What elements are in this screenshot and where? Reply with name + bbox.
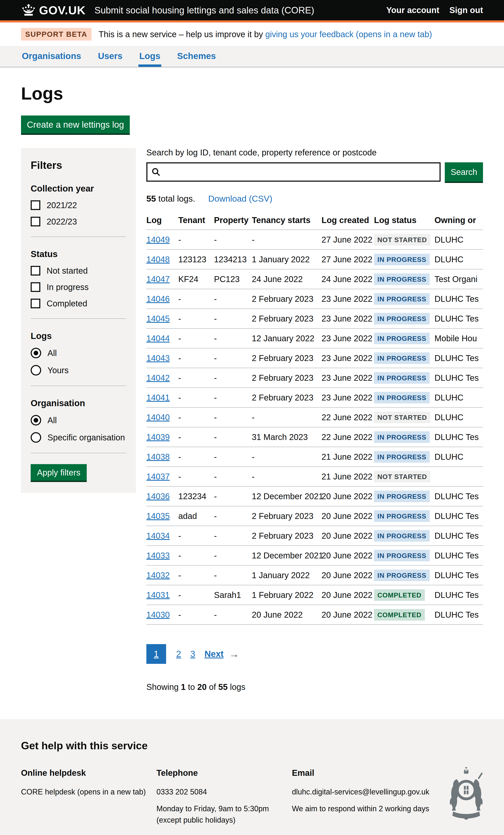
- table-row: 14047 KF24 PC123 24 June 2022 24 June 20…: [146, 269, 483, 289]
- log-id-link[interactable]: 14042: [146, 373, 170, 383]
- checkbox-icon[interactable]: [31, 266, 40, 276]
- search-button[interactable]: Search: [445, 162, 483, 182]
- property-cell: -: [214, 432, 252, 442]
- checkbox-2021-22[interactable]: 2021/22: [31, 200, 126, 210]
- log-id-link[interactable]: 14036: [146, 492, 170, 501]
- radio-label: All: [47, 348, 57, 358]
- log-id-link[interactable]: 14045: [146, 314, 170, 323]
- search-input[interactable]: [164, 167, 436, 177]
- log-created-cell: 20 June 2022: [322, 571, 374, 580]
- your-account-link[interactable]: Your account: [386, 5, 439, 15]
- apply-filters-button[interactable]: Apply filters: [31, 464, 87, 481]
- nav-item-schemes[interactable]: Schemes: [176, 46, 217, 67]
- footer-helpdesk-column: Online helpdesk CORE helpdesk (opens in …: [21, 767, 157, 831]
- tenant-cell: KF24: [178, 274, 214, 284]
- service-name-link[interactable]: Submit social housing lettings and sales…: [95, 5, 315, 16]
- tenancy-starts-cell: 1 January 2022: [252, 255, 322, 264]
- table-row: 14046 - - 2 February 2023 23 June 2022 I…: [146, 289, 483, 308]
- checkbox-in-progress[interactable]: In progress: [31, 282, 126, 292]
- log-id-link[interactable]: 14046: [146, 294, 170, 303]
- checkbox-icon[interactable]: [31, 299, 40, 308]
- log-status-cell: IN PROGRESS: [374, 392, 435, 403]
- log-id-link[interactable]: 14031: [146, 590, 170, 599]
- tenancy-starts-cell: 20 June 2022: [252, 610, 322, 619]
- status-badge: NOT STARTED: [374, 412, 430, 423]
- govuk-logo[interactable]: GOV.UK: [21, 3, 86, 17]
- radio-logs-yours[interactable]: Yours: [31, 365, 126, 375]
- download-csv-link[interactable]: Download (CSV): [208, 194, 273, 204]
- owning-organisation-cell: DLUHC Tes: [435, 551, 483, 560]
- checkbox-icon[interactable]: [31, 217, 40, 226]
- log-id-link[interactable]: 14047: [146, 274, 170, 284]
- pagination-page-2[interactable]: 2: [176, 649, 181, 659]
- radio-logs-all[interactable]: All: [31, 348, 126, 358]
- log-id-link[interactable]: 14033: [146, 551, 170, 560]
- log-id-link[interactable]: 14040: [146, 413, 170, 422]
- telephone-number: 0333 202 5084: [157, 786, 292, 798]
- checkbox-icon[interactable]: [31, 282, 40, 292]
- checkbox-completed[interactable]: Completed: [31, 299, 126, 308]
- filter-divider: [31, 318, 126, 319]
- radio-organisation-all[interactable]: All: [31, 415, 126, 426]
- nav-item-logs[interactable]: Logs: [138, 46, 161, 67]
- log-id-link[interactable]: 14049: [146, 235, 170, 244]
- checkbox-icon[interactable]: [31, 200, 40, 210]
- log-id-link[interactable]: 14048: [146, 255, 170, 264]
- sign-out-link[interactable]: Sign out: [449, 5, 483, 15]
- beta-tag: SUPPORT BETA: [21, 28, 92, 41]
- radio-organisation-specific[interactable]: Specific organisation: [31, 432, 126, 443]
- log-id-link[interactable]: 14041: [146, 393, 170, 402]
- radio-label: All: [47, 415, 57, 425]
- log-id-link[interactable]: 14037: [146, 472, 170, 481]
- log-created-cell: 20 June 2022: [322, 531, 374, 541]
- status-badge: COMPLETED: [374, 589, 425, 601]
- tenant-cell: adad: [178, 511, 214, 521]
- pagination-page-1[interactable]: 1: [146, 644, 166, 664]
- pagination: 1 2 3 Next →: [146, 644, 483, 664]
- tenancy-starts-cell: 24 June 2022: [252, 274, 322, 284]
- radio-icon[interactable]: [31, 365, 41, 375]
- tenancy-starts-cell: 31 March 2023: [252, 432, 322, 442]
- create-lettings-log-button[interactable]: Create a new lettings log: [21, 116, 130, 134]
- owning-organisation-cell: DLUHC: [435, 393, 483, 402]
- core-helpdesk-link[interactable]: CORE helpdesk (opens in a new tab): [21, 788, 146, 796]
- tenancy-starts-cell: 2 February 2023: [252, 294, 322, 304]
- status-badge: NOT STARTED: [374, 471, 430, 482]
- royal-coat-of-arms: [447, 767, 483, 831]
- property-cell: -: [214, 373, 252, 383]
- log-id-link[interactable]: 14035: [146, 511, 170, 521]
- results-summary: Showing 1 to 20 of 55 logs: [146, 682, 483, 692]
- log-status-cell: IN PROGRESS: [374, 550, 435, 562]
- log-id-link[interactable]: 14044: [146, 334, 170, 343]
- table-body: 14049 - - - 27 June 2022 NOT STARTED DLU…: [146, 229, 483, 624]
- pagination-page-3[interactable]: 3: [190, 649, 195, 659]
- feedback-link[interactable]: giving us your feedback (opens in a new …: [265, 29, 432, 39]
- owning-organisation-cell: DLUHC Tes: [435, 432, 483, 442]
- table-row: 14049 - - - 27 June 2022 NOT STARTED DLU…: [146, 229, 483, 249]
- radio-icon[interactable]: [31, 432, 41, 443]
- table-row: 14040 - - - 22 June 2022 NOT STARTED DLU…: [146, 407, 483, 427]
- checkbox-label: Not started: [47, 266, 88, 276]
- log-created-cell: 20 June 2022: [322, 610, 374, 619]
- status-badge: IN PROGRESS: [374, 293, 430, 305]
- nav-item-organisations[interactable]: Organisations: [21, 46, 82, 67]
- checkbox-2022-23[interactable]: 2022/23: [31, 217, 126, 226]
- table-row: 14041 - - 2 February 2023 23 June 2022 I…: [146, 387, 483, 407]
- radio-icon[interactable]: [31, 348, 41, 358]
- checkbox-not-started[interactable]: Not started: [31, 266, 126, 276]
- log-id-link[interactable]: 14043: [146, 353, 170, 363]
- summary-mid1: to: [186, 682, 197, 692]
- checkbox-label: 2021/22: [47, 201, 77, 210]
- log-id-link[interactable]: 14038: [146, 452, 170, 462]
- log-id-link[interactable]: 14030: [146, 610, 170, 619]
- email-link[interactable]: dluhc.digital-services@levellingup.gov.u…: [292, 788, 429, 796]
- summary-prefix: Showing: [146, 682, 181, 692]
- property-cell: 1234213: [214, 255, 252, 264]
- log-id-link[interactable]: 14039: [146, 432, 170, 442]
- pagination-next-link[interactable]: Next: [204, 649, 224, 659]
- log-id-link[interactable]: 14032: [146, 571, 170, 580]
- radio-icon[interactable]: [31, 415, 41, 426]
- nav-item-users[interactable]: Users: [97, 46, 123, 67]
- tenancy-starts-cell: 2 February 2023: [252, 393, 322, 402]
- log-id-link[interactable]: 14034: [146, 531, 170, 541]
